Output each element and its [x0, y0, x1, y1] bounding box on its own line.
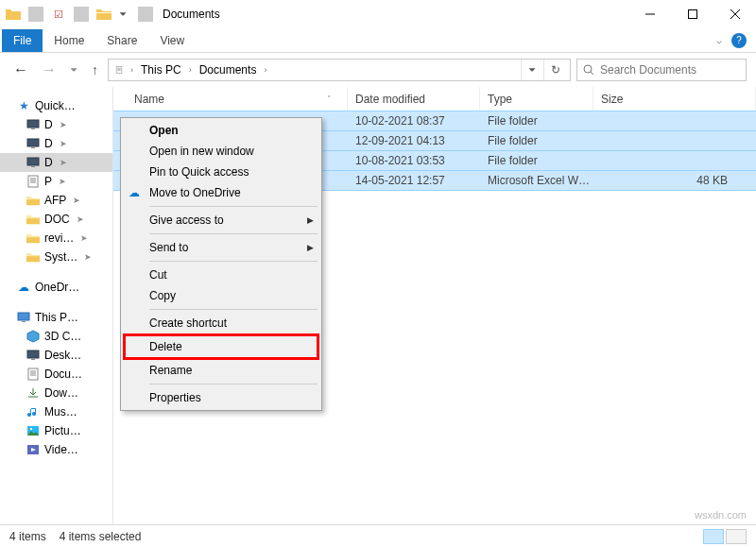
checkbox-icon[interactable]: ☑ [51, 7, 66, 22]
address-box[interactable]: › This PC › Documents › ⏷ ↻ [108, 59, 571, 81]
file-type: File folder [480, 154, 593, 167]
monitor-icon [26, 349, 40, 362]
menu-label: Create shortcut [149, 316, 227, 330]
column-headers: Name˄ Date modified Type Size [113, 87, 756, 111]
folder-icon [26, 213, 40, 226]
sidebar-item[interactable]: Docu… [0, 365, 112, 384]
sidebar-item[interactable]: Mus… [0, 402, 112, 421]
expand-ribbon-icon[interactable]: ⌵ [716, 35, 722, 45]
svg-rect-6 [31, 147, 35, 148]
back-button[interactable]: ← [13, 61, 28, 78]
submenu-arrow-icon: ▶ [307, 215, 314, 225]
header-size[interactable]: Size [593, 87, 756, 111]
menu-separator [149, 384, 318, 385]
folder-icon [26, 194, 40, 207]
tab-view[interactable]: View [148, 29, 196, 52]
sidebar-item[interactable]: D➤ [0, 134, 112, 153]
menu-label: Open [149, 124, 179, 137]
menu-item-open[interactable]: Open [123, 120, 319, 141]
svg-rect-9 [28, 176, 38, 187]
navigation-pane: ★ Quick… D➤D➤D➤P➤AFP➤DOC➤revi…➤Syst…➤ ☁ … [0, 87, 113, 524]
menu-item-send-to[interactable]: Send to▶ [123, 237, 319, 258]
watermark: wsxdn.com [695, 509, 747, 521]
pin-icon: ➤ [60, 158, 67, 167]
file-type: File folder [480, 114, 593, 128]
doc-icon [26, 368, 40, 381]
search-input[interactable]: Search Documents [576, 59, 747, 81]
sort-indicator-icon: ˄ [327, 94, 332, 104]
menu-item-move-to-onedrive[interactable]: ☁Move to OneDrive [123, 182, 319, 203]
menu-item-pin-to-quick-access[interactable]: Pin to Quick access [123, 162, 319, 182]
cloud-icon: ☁ [17, 281, 30, 294]
sidebar-item[interactable]: Vide… [0, 440, 112, 459]
chevron-right-icon[interactable]: › [186, 65, 195, 75]
up-button[interactable]: ↑ [92, 62, 98, 77]
sidebar-item[interactable]: Syst…➤ [0, 248, 112, 266]
maximize-button[interactable] [671, 0, 713, 28]
menu-label: Delete [149, 340, 182, 353]
crumb-this-pc[interactable]: This PC [138, 63, 184, 77]
view-details-button[interactable] [703, 529, 724, 544]
crumb-documents[interactable]: Documents [197, 63, 260, 77]
search-placeholder: Search Documents [600, 63, 696, 77]
help-icon[interactable]: ? [731, 33, 747, 48]
file-date: 10-02-2021 08:37 [348, 114, 480, 128]
quick-access[interactable]: ★ Quick… [0, 96, 112, 115]
menu-label: Copy [149, 289, 176, 302]
onedrive[interactable]: ☁ OneDr… [0, 278, 112, 297]
download-icon [26, 386, 40, 400]
view-large-button[interactable] [726, 529, 747, 544]
menu-item-create-shortcut[interactable]: Create shortcut [123, 313, 319, 333]
this-pc[interactable]: This P… [0, 308, 112, 327]
sidebar-item[interactable]: P➤ [0, 172, 112, 191]
menu-item-cut[interactable]: Cut [123, 265, 319, 285]
pin-icon: ➤ [73, 196, 80, 205]
sidebar-item[interactable]: DOC➤ [0, 210, 112, 229]
forward-button[interactable]: → [42, 61, 57, 78]
pin-icon: ➤ [84, 252, 92, 262]
monitor-icon [17, 311, 30, 324]
tab-share[interactable]: Share [95, 29, 148, 52]
folder-properties-icon[interactable] [6, 7, 21, 22]
file-type: Microsoft Excel W… [480, 174, 593, 187]
cloud-icon: ☁ [127, 185, 142, 200]
svg-point-2 [584, 65, 592, 73]
menu-label: Rename [149, 364, 192, 377]
header-date[interactable]: Date modified [348, 87, 480, 111]
tab-home[interactable]: Home [43, 29, 95, 52]
refresh-icon[interactable]: ↻ [543, 60, 566, 80]
menu-separator [149, 206, 318, 207]
sidebar-item[interactable]: Desk… [0, 346, 112, 365]
sidebar-item[interactable]: revi…➤ [0, 229, 112, 248]
history-dropdown-icon[interactable]: ⏷ [70, 65, 78, 75]
history-chevron-icon[interactable]: ⏷ [521, 60, 543, 80]
file-tab[interactable]: File [2, 29, 43, 52]
pin-icon: ➤ [60, 120, 67, 129]
menu-separator [149, 261, 318, 262]
overflow-icon[interactable]: ⏷ [115, 7, 130, 22]
menu-item-open-in-new-window[interactable]: Open in new window [123, 141, 319, 162]
minimize-button[interactable] [628, 0, 671, 28]
menu-item-copy[interactable]: Copy [123, 285, 319, 306]
menu-item-give-access-to[interactable]: Give access to▶ [123, 210, 319, 231]
menu-item-delete[interactable]: Delete [126, 336, 317, 357]
picture-icon [26, 424, 40, 437]
chevron-right-icon[interactable]: › [261, 65, 269, 75]
submenu-arrow-icon: ▶ [307, 243, 314, 252]
header-name[interactable]: Name˄ [113, 87, 348, 111]
menu-item-rename[interactable]: Rename [123, 360, 319, 381]
header-type[interactable]: Type [480, 87, 593, 111]
menu-label: Cut [149, 268, 167, 282]
sidebar-item[interactable]: 3D C… [0, 327, 112, 346]
context-menu: OpenOpen in new windowPin to Quick acces… [120, 117, 322, 411]
sidebar-item[interactable]: AFP➤ [0, 191, 112, 210]
doc-icon [26, 175, 40, 188]
sidebar-item[interactable]: Dow… [0, 384, 112, 402]
sidebar-item[interactable]: Pictu… [0, 421, 112, 440]
menu-label: Pin to Quick access [149, 165, 249, 179]
chevron-right-icon[interactable]: › [128, 65, 136, 75]
close-button[interactable] [713, 0, 756, 28]
sidebar-item[interactable]: D➤ [0, 115, 112, 134]
menu-item-properties[interactable]: Properties [123, 387, 319, 408]
sidebar-item[interactable]: D➤ [0, 153, 112, 172]
